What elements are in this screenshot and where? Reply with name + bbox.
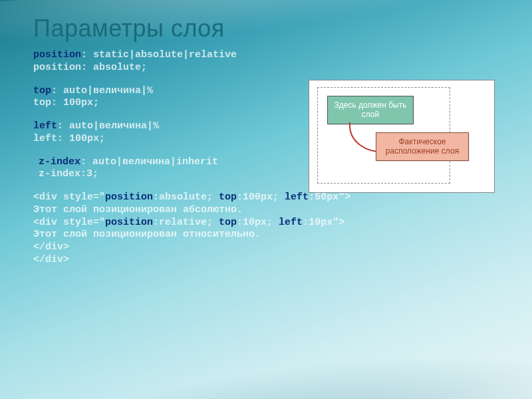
example-zindex: z-index:3;	[39, 168, 98, 180]
keyword-zindex: z-index	[39, 156, 80, 168]
ex-l3-k3: left	[279, 217, 303, 228]
diagram-actual-box: Фактическое расположение слоя	[376, 132, 469, 161]
keyword-left: left	[33, 120, 57, 132]
keyword-top: top	[33, 85, 51, 96]
ex-l1-pre: <div style="	[33, 192, 105, 203]
syntax-position: : static|absolute|relative	[81, 49, 237, 61]
position-diagram: Здесь должен быть слой Фактическое распо…	[309, 80, 495, 193]
diagram-actual-label: Фактическое расположение слоя	[386, 137, 459, 156]
ex-l1-k1: position	[105, 192, 153, 203]
code-block-html-example: <div style="position:absolute; top:100px…	[33, 192, 499, 267]
example-position: position: absolute;	[33, 62, 147, 73]
syntax-top: : auto|величина|%	[51, 85, 153, 96]
ex-l1-k2: top	[219, 192, 237, 203]
syntax-zindex: : auto|величина|inherit	[80, 156, 218, 168]
ex-l3-v1: :relative;	[153, 217, 219, 228]
ex-l5: </div>	[33, 241, 69, 253]
ex-l3-v3: :10px">	[303, 217, 344, 228]
ex-l3-v2: :10px;	[237, 217, 279, 228]
ex-l4: Этот слой позиционирован относительно.	[33, 229, 261, 240]
ex-l1-v3: :50px">	[309, 192, 350, 203]
ex-l1-v2: :100px;	[237, 192, 285, 203]
code-block-position: position: static|absolute|relative posit…	[33, 49, 499, 74]
diagram-origin-box: Здесь должен быть слой	[327, 96, 414, 124]
ex-l3-pre: <div style="	[33, 217, 105, 228]
slide-container: Параметры слоя position: static|absolute…	[0, 0, 532, 399]
slide-content: position: static|absolute|relative posit…	[33, 49, 499, 267]
ex-l3-k2: top	[219, 217, 237, 228]
ex-l1-v1: :absolute;	[153, 192, 219, 203]
slide-title: Параметры слоя	[33, 15, 499, 43]
example-left: left: 100px;	[33, 133, 105, 144]
ex-l6: </div>	[33, 254, 69, 265]
syntax-left: : auto|величина|%	[57, 120, 159, 132]
ex-l1-k3: left	[285, 192, 309, 203]
keyword-position: position	[33, 49, 81, 61]
ex-l3-k1: position	[105, 217, 153, 228]
example-top: top: 100px;	[33, 97, 99, 108]
diagram-origin-label: Здесь должен быть слой	[334, 100, 407, 119]
ex-l2: Этот слой позиционирован абсолютно.	[33, 204, 243, 215]
